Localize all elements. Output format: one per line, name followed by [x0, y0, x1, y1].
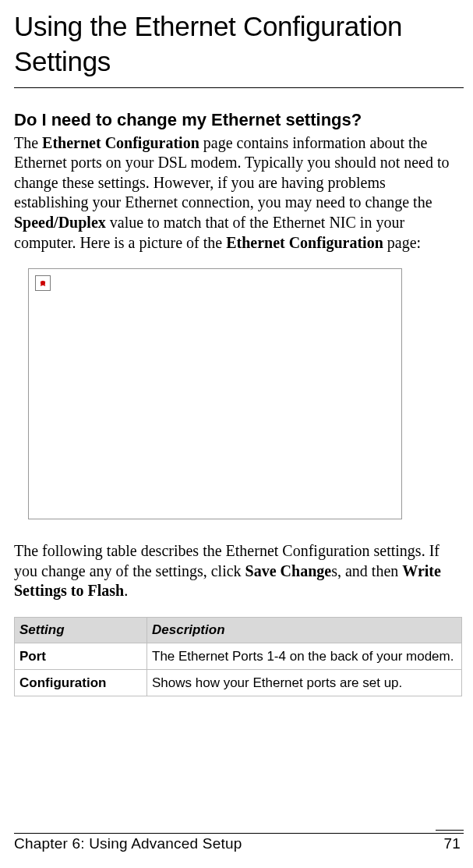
cell-description: The Ethernet Ports 1-4 on the back of yo… — [147, 643, 462, 669]
bold-speed-duplex: Speed/Duplex — [14, 214, 106, 231]
page-title: Using the Ethernet Configuration Setting… — [14, 9, 464, 80]
text: The — [14, 134, 42, 151]
section-heading: Do I need to change my Ethernet settings… — [14, 110, 464, 130]
page-footer: Chapter 6: Using Advanced Setup 71 — [14, 830, 464, 853]
footer-chapter: Chapter 6: Using Advanced Setup — [14, 835, 242, 852]
bold-ethernet-config-2: Ethernet Configuration — [226, 234, 383, 251]
table-row: Port The Ethernet Ports 1-4 on the back … — [15, 643, 462, 669]
cell-setting: Configuration — [15, 670, 147, 696]
footer-rule-short — [436, 830, 464, 831]
header-setting: Setting — [15, 617, 147, 643]
text: page: — [383, 234, 421, 251]
footer-rule — [14, 833, 464, 834]
intro-paragraph: The Ethernet Configuration page contains… — [14, 133, 464, 253]
footer-page-number: 71 — [443, 835, 464, 852]
header-description: Description — [147, 617, 462, 643]
broken-image-icon: × — [35, 275, 51, 291]
text: s, and then — [331, 562, 402, 579]
title-rule — [14, 87, 464, 88]
bold-ethernet-config: Ethernet Configuration — [42, 134, 199, 151]
bold-save-change: Save Change — [245, 562, 332, 579]
settings-table: Setting Description Port The Ethernet Po… — [14, 617, 462, 697]
table-header-row: Setting Description — [15, 617, 462, 643]
cell-setting: Port — [15, 643, 147, 669]
table-row: Configuration Shows how your Ethernet po… — [15, 670, 462, 696]
cell-description: Shows how your Ethernet ports are set up… — [147, 670, 462, 696]
text: . — [124, 582, 128, 599]
ethernet-config-screenshot-placeholder: × — [28, 268, 402, 519]
table-intro-paragraph: The following table describes the Ethern… — [14, 541, 464, 601]
